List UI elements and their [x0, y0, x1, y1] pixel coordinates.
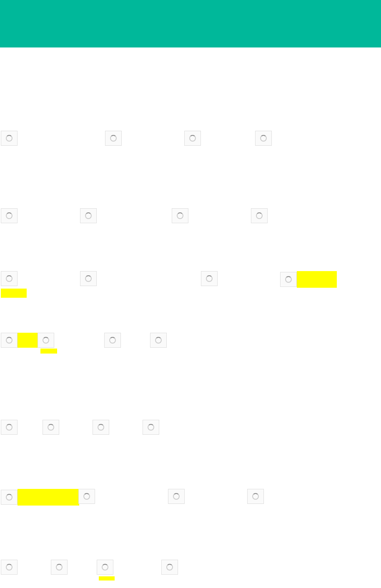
highlight-trail: [40, 349, 57, 354]
option-label: [97, 277, 201, 280]
option-label: [121, 339, 150, 342]
radio-icon: [184, 131, 201, 146]
option-label: [95, 495, 168, 498]
radio-icon: [280, 272, 297, 287]
radio-icon: [161, 560, 178, 575]
radio-icon: [1, 560, 18, 575]
radio-icon: [172, 208, 188, 223]
radio-icon: [78, 489, 95, 504]
q4-option-b[interactable]: xxxx: [38, 333, 104, 348]
option-label: [188, 214, 251, 217]
quiz-content: xxxxxxxxx xxxxxx xxxx xxxx: [0, 131, 381, 582]
option-label: [18, 214, 80, 217]
q5-option-b[interactable]: [43, 420, 93, 435]
option-label: xx: [113, 562, 161, 572]
radio-icon: [251, 208, 268, 223]
option-label: [272, 137, 274, 140]
question-2: [1, 208, 380, 223]
q7-option-a[interactable]: [1, 560, 51, 575]
radio-icon: [43, 420, 59, 435]
q6-option-d[interactable]: [247, 489, 266, 504]
q7-option-c[interactable]: xx: [97, 560, 161, 575]
radio-icon: [104, 333, 121, 348]
option-label: xxxx: [54, 335, 104, 345]
q1-option-c[interactable]: [184, 131, 255, 146]
q2-option-b[interactable]: [80, 208, 172, 223]
option-label: [18, 137, 105, 140]
radio-icon: [51, 560, 68, 575]
option-label: [218, 277, 280, 280]
radio-icon: [1, 131, 18, 146]
q5-option-d[interactable]: [143, 420, 162, 435]
radio-icon: [38, 333, 54, 348]
option-label: [122, 137, 184, 140]
radio-icon: [1, 420, 18, 435]
radio-icon: [97, 560, 113, 575]
q7-option-b[interactable]: [51, 560, 97, 575]
option-label: [201, 137, 255, 140]
q6-option-c[interactable]: [168, 489, 247, 504]
highlight-trail: [99, 576, 115, 581]
radio-icon: [1, 208, 18, 223]
radio-icon: [168, 489, 185, 504]
question-5: [1, 420, 380, 435]
q4-option-d[interactable]: [150, 333, 169, 348]
radio-icon: [1, 490, 18, 505]
q4-option-c[interactable]: [104, 333, 150, 348]
radio-icon: [80, 208, 97, 223]
q3-option-b[interactable]: [80, 271, 201, 286]
radio-icon: [80, 271, 97, 286]
radio-icon: [255, 131, 272, 146]
option-label: [167, 339, 169, 342]
q1-option-d[interactable]: [255, 131, 274, 146]
radio-icon: [247, 489, 264, 504]
q4-option-a[interactable]: xxxx: [1, 333, 38, 348]
question-7: xx: [1, 560, 380, 582]
question-3: xxxxxxxxx xxxxxx: [1, 271, 380, 299]
option-label: [18, 277, 80, 280]
option-label: [109, 426, 143, 429]
q2-option-d[interactable]: [251, 208, 270, 223]
q3-option-d[interactable]: xxxxxxxxx xxxxxx: [280, 271, 337, 288]
option-label: [59, 426, 93, 429]
option-label: xxxxxxxxxxxx: [18, 489, 79, 506]
radio-icon: [201, 271, 218, 286]
q5-option-a[interactable]: [1, 420, 43, 435]
q1-option-b[interactable]: [105, 131, 184, 146]
q6-option-a[interactable]: xxxxxxxxxxxx: [1, 489, 79, 506]
q7-option-d[interactable]: [161, 560, 180, 575]
option-label: [159, 426, 162, 429]
option-label: xxxxxxxxx xxxxxx: [297, 271, 337, 288]
header-bar: [0, 0, 381, 47]
radio-icon: [1, 271, 18, 286]
option-label: [268, 214, 270, 217]
q1-option-a[interactable]: [1, 131, 105, 146]
radio-icon: [105, 131, 122, 146]
q2-option-a[interactable]: [1, 208, 80, 223]
question-6: xxxxxxxxxxxx: [1, 489, 380, 506]
question-4: xxxx xxxx: [1, 333, 380, 355]
q2-option-c[interactable]: [172, 208, 251, 223]
q3-option-a[interactable]: [1, 271, 80, 286]
radio-icon: [150, 333, 167, 348]
q5-option-c[interactable]: [93, 420, 143, 435]
option-label: [97, 214, 172, 217]
option-label: [68, 566, 97, 569]
radio-icon: [93, 420, 109, 435]
option-label: [264, 495, 266, 498]
radio-icon: [1, 333, 18, 348]
option-label: [185, 495, 247, 498]
option-label: [178, 566, 180, 569]
q3-option-c[interactable]: [201, 271, 280, 286]
highlight-continuation: [1, 289, 27, 298]
option-label: xxxx: [18, 333, 38, 348]
question-1: [1, 131, 380, 146]
option-label: [18, 426, 43, 429]
option-label: [18, 566, 51, 569]
q6-option-b[interactable]: [78, 489, 168, 504]
radio-icon: [143, 420, 159, 435]
